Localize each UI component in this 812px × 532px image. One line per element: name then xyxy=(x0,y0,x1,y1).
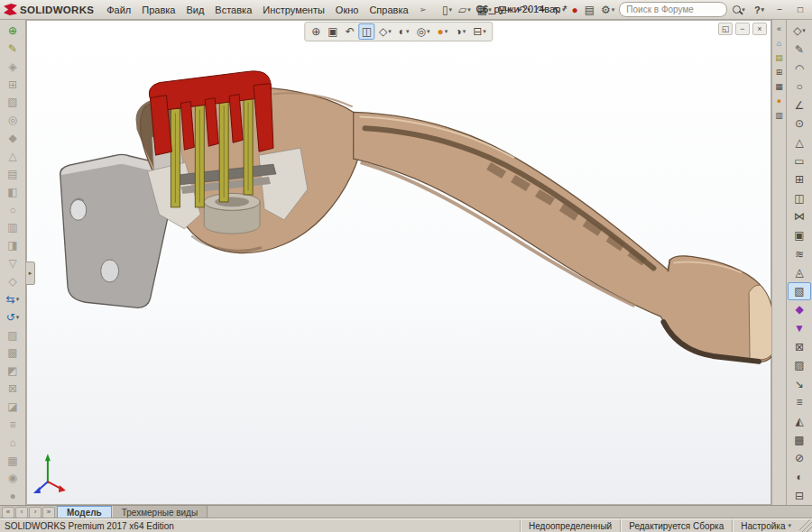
toolbar-icon[interactable]: ◈ ▾ xyxy=(1,58,24,76)
toolbar-icon[interactable]: ▨ ▾ xyxy=(788,356,811,375)
toolbar-icon[interactable]: ▽ ▾ xyxy=(1,254,24,272)
toolbar-icon[interactable]: ◎ ▾ xyxy=(1,111,24,129)
toolbar-icon[interactable]: ⊠ ▾ xyxy=(1,380,24,398)
appearances-scenes-tab[interactable]: ● xyxy=(772,94,786,108)
window-maximize-button[interactable]: □ xyxy=(791,2,809,17)
toolbar-icon[interactable]: ◇ ▾ xyxy=(1,272,24,290)
toolbar-icon[interactable]: ▦ ▾ xyxy=(1,452,24,470)
save-button[interactable]: ▦ ▾ xyxy=(475,1,494,18)
menu-window[interactable]: Окно xyxy=(330,3,364,17)
toolbar-icon[interactable]: ↘ ▾ xyxy=(788,375,811,394)
window-minimize-button[interactable]: − xyxy=(770,2,789,17)
zoom-area-button[interactable]: ▣ ▾ xyxy=(325,23,340,40)
model-cylinder[interactable] xyxy=(204,193,260,234)
edit-appearance-button[interactable]: ● ▾ xyxy=(435,23,451,40)
doc-restore-button[interactable]: ◱ xyxy=(718,23,733,35)
menu-edit[interactable]: Правка xyxy=(136,3,180,17)
resize-grip[interactable] xyxy=(799,519,812,532)
toolbar-icon[interactable]: ⊠ ▾ xyxy=(788,337,811,356)
toolbar-icon[interactable]: ◐ ▾ xyxy=(788,468,811,487)
toolbar-icon[interactable]: ▧ ▾ xyxy=(788,282,811,301)
toolbar-icon[interactable]: ▭ ▾ xyxy=(788,151,811,170)
toolbar-icon[interactable]: ◧ ▾ xyxy=(1,183,24,201)
file-explorer-tab[interactable]: ⊞ xyxy=(772,65,786,79)
zoom-fit-button[interactable]: ⊕ ▾ xyxy=(309,23,323,40)
display-style-button[interactable]: ◐ ▾ xyxy=(396,23,412,40)
toolbar-icon[interactable]: ⊞ ▾ xyxy=(788,170,811,189)
menu-view[interactable]: Вид xyxy=(180,3,209,17)
toolbar-icon[interactable]: ⌂ ▾ xyxy=(1,434,24,452)
solidworks-resources-tab[interactable]: ⌂ xyxy=(772,36,786,50)
toolbar-icon[interactable]: ⊕ ▾ xyxy=(1,22,24,40)
menu-tools[interactable]: Инструменты xyxy=(257,3,330,17)
help-button[interactable]: ? ▾ xyxy=(751,1,768,18)
doc-minimize-button[interactable]: − xyxy=(735,23,750,35)
tab-scroll-button[interactable]: « xyxy=(2,507,14,518)
rebuild-button[interactable]: ● ▾ xyxy=(568,1,580,18)
toolbar-icon[interactable]: ▨ ▾ xyxy=(1,326,24,344)
toolbar-icon[interactable]: ≡ ▾ xyxy=(1,416,24,434)
toolbar-icon[interactable]: ✎ ▾ xyxy=(1,40,24,58)
toolbar-flyout-handle[interactable]: ▸ xyxy=(26,261,35,285)
tab-model[interactable]: Модель xyxy=(57,506,112,518)
new-document-button[interactable]: ▯ ▾ xyxy=(439,1,455,18)
view-palette-tab[interactable]: ▦ xyxy=(772,79,786,94)
toolbar-icon[interactable]: ◠ ▾ xyxy=(788,59,811,78)
pin-icon[interactable]: ➢ xyxy=(416,5,430,14)
toolbar-icon[interactable]: ◬ ▾ xyxy=(788,263,811,282)
toolbar-icon[interactable]: ⊞ ▾ xyxy=(1,76,24,94)
toolbar-icon[interactable]: ≡ ▾ xyxy=(788,393,811,412)
menu-help[interactable]: Справка xyxy=(364,3,413,17)
toolbar-icon[interactable]: ● ▾ xyxy=(1,487,24,505)
toolbar-icon[interactable]: ◪ ▾ xyxy=(1,398,24,416)
menu-file[interactable]: Файл xyxy=(101,3,136,17)
tab-scroll-button[interactable]: › xyxy=(29,507,42,518)
toolbar-icon[interactable]: ▣ ▾ xyxy=(788,226,811,245)
toolbar-icon[interactable]: ↺ ▾ xyxy=(1,308,24,326)
toolbar-icon[interactable]: ▧ ▾ xyxy=(1,93,24,111)
doc-close-button[interactable]: × xyxy=(752,23,767,35)
design-library-tab[interactable]: ▤ xyxy=(772,50,786,65)
toolbar-icon[interactable]: ○ ▾ xyxy=(788,78,811,96)
toolbar-icon[interactable]: ◫ ▾ xyxy=(788,188,811,207)
toolbar-icon[interactable]: ⊙ ▾ xyxy=(788,115,811,133)
toolbar-icon[interactable]: ◩ ▾ xyxy=(1,362,24,380)
toolbar-icon[interactable]: ⋈ ▾ xyxy=(788,207,811,226)
toolbar-icon[interactable]: ▩ ▾ xyxy=(788,430,811,449)
toolbar-icon[interactable]: △ ▾ xyxy=(788,133,811,152)
toolbar-icon[interactable]: ◭ ▾ xyxy=(788,412,811,431)
toolbar-icon[interactable]: ▤ ▾ xyxy=(1,165,24,183)
toolbar-icon[interactable]: ▥ ▾ xyxy=(1,218,24,236)
print-button[interactable]: ⊟ ▾ xyxy=(495,1,514,18)
toolbar-icon[interactable]: ≋ ▾ xyxy=(788,244,811,263)
view-settings-button[interactable]: ⊟ ▾ xyxy=(470,23,489,40)
status-item[interactable]: Настройка ▾ xyxy=(732,519,799,532)
options-button[interactable]: ⚙ ▾ xyxy=(598,1,617,18)
apply-scene-button[interactable]: ◑ ▾ xyxy=(452,23,468,40)
section-view-button[interactable]: ◫ ▾ xyxy=(359,23,374,40)
view-orientation-button[interactable]: ◇ ▾ xyxy=(376,23,394,40)
toolbar-icon[interactable]: ⇆ ▾ xyxy=(1,290,24,308)
tab-3d-views[interactable]: Трехмерные виды xyxy=(112,506,208,518)
toolbar-icon[interactable]: ▼ ▾ xyxy=(788,319,811,338)
custom-properties-tab[interactable]: ▥ xyxy=(772,108,786,123)
toolbar-icon[interactable]: ∠ ▾ xyxy=(788,96,811,115)
toolbar-icon[interactable]: ✎ ▾ xyxy=(788,41,811,60)
file-properties-button[interactable]: ▤ ▾ xyxy=(582,1,597,18)
menu-insert[interactable]: Вставка xyxy=(209,3,257,17)
hide-show-items-button[interactable]: ◎ ▾ xyxy=(414,23,433,40)
previous-view-button[interactable]: ↶ ▾ xyxy=(343,23,357,40)
undo-button[interactable]: ↶ ▾ xyxy=(514,1,533,18)
toolbar-icon[interactable]: ◇ ▾ xyxy=(788,22,811,41)
task-pane-collapse[interactable]: « xyxy=(772,22,786,36)
toolbar-icon[interactable]: ◆ ▾ xyxy=(1,129,24,147)
search-input[interactable] xyxy=(624,4,722,15)
toolbar-icon[interactable]: ○ ▾ xyxy=(1,201,24,219)
toolbar-icon[interactable]: △ ▾ xyxy=(1,147,24,165)
toolbar-icon[interactable]: ⊘ ▾ xyxy=(788,449,811,468)
redo-button[interactable]: ↷ ▾ xyxy=(534,1,549,18)
toolbar-icon[interactable]: ⊟ ▾ xyxy=(788,486,811,505)
plate-notch[interactable] xyxy=(101,260,119,282)
search-button[interactable]: ▾ xyxy=(730,1,748,18)
tab-scroll-button[interactable]: » xyxy=(42,507,55,518)
